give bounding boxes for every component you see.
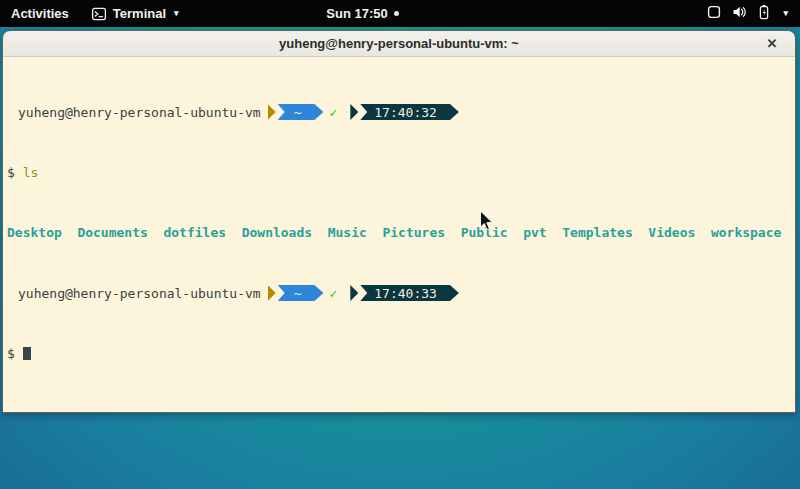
top-bar: Activities Terminal ▾ Sun 17:50 xyxy=(0,0,800,27)
battery-charging-icon xyxy=(756,4,772,23)
terminal-app-icon xyxy=(91,6,107,22)
directory-name: Videos xyxy=(648,225,695,240)
input-line[interactable]: $ xyxy=(7,346,791,361)
display-icon xyxy=(706,4,722,23)
prompt-time-segment: 17:40:32 xyxy=(350,104,459,120)
prompt-line: yuheng@henry-personal-ubuntu-vm ~ ✓ 17:4… xyxy=(7,285,791,301)
powerline-arrow-icon xyxy=(350,104,358,120)
prompt-symbol: $ xyxy=(7,346,15,361)
window-title: yuheng@henry-personal-ubuntu-vm: ~ xyxy=(3,36,795,51)
directory-name: dotfiles xyxy=(163,225,226,240)
app-menu-terminal[interactable]: Terminal ▾ xyxy=(80,0,190,27)
activities-label: Activities xyxy=(11,6,69,21)
top-bar-left: Activities Terminal ▾ xyxy=(0,0,190,27)
directory-name: Music xyxy=(328,225,367,240)
directory-name: Templates xyxy=(562,225,632,240)
prompt-line: yuheng@henry-personal-ubuntu-vm ~ ✓ 17:4… xyxy=(7,104,791,120)
text-cursor xyxy=(23,347,31,360)
clock-button[interactable]: Sun 17:50 xyxy=(315,0,409,27)
chevron-down-icon: ▾ xyxy=(174,9,179,18)
powerline-arrow-icon xyxy=(268,104,276,120)
cwd-badge: ~ xyxy=(278,104,324,120)
desktop-background: Activities Terminal ▾ Sun 17:50 xyxy=(0,0,800,489)
directory-name: pvt xyxy=(523,225,546,240)
window-titlebar[interactable]: yuheng@henry-personal-ubuntu-vm: ~ ✕ xyxy=(3,31,795,57)
time-badge: 17:40:32 xyxy=(360,104,459,120)
chevron-down-icon: ▾ xyxy=(783,9,788,18)
command-line: $ ls xyxy=(7,165,791,180)
powerline-arrow-icon xyxy=(350,285,358,301)
prompt-user-host: yuheng@henry-personal-ubuntu-vm xyxy=(18,286,261,301)
terminal-window: yuheng@henry-personal-ubuntu-vm: ~ ✕ yuh… xyxy=(2,30,796,413)
command-text: ls xyxy=(23,165,39,180)
activities-button[interactable]: Activities xyxy=(0,0,80,27)
time-badge: 17:40:33 xyxy=(360,285,459,301)
ls-output-line: DesktopDocumentsdotfilesDownloadsMusicPi… xyxy=(7,225,791,240)
volume-icon xyxy=(731,4,747,23)
powerline-arrow-icon xyxy=(268,285,276,301)
prompt-symbol: $ xyxy=(7,165,15,180)
top-bar-right: ▾ xyxy=(694,0,800,27)
app-menu-label: Terminal xyxy=(113,6,166,21)
directory-name: Pictures xyxy=(382,225,445,240)
prompt-cwd-segment: ~ xyxy=(268,104,324,120)
clock-label: Sun 17:50 xyxy=(326,6,387,21)
status-check-icon: ✓ xyxy=(329,105,337,120)
close-icon[interactable]: ✕ xyxy=(763,35,781,53)
system-status-menu[interactable]: ▾ xyxy=(694,0,800,27)
directory-name: Downloads xyxy=(242,225,312,240)
directory-name: workspace xyxy=(711,225,781,240)
notification-dot-icon xyxy=(394,11,399,16)
directory-name: Public xyxy=(461,225,508,240)
prompt-cwd-segment: ~ xyxy=(268,285,324,301)
prompt-time-segment: 17:40:33 xyxy=(350,285,459,301)
directory-name: Desktop xyxy=(7,225,62,240)
directory-name: Documents xyxy=(77,225,147,240)
terminal-content[interactable]: yuheng@henry-personal-ubuntu-vm ~ ✓ 17:4… xyxy=(3,57,795,412)
status-check-icon: ✓ xyxy=(329,286,337,301)
prompt-user-host: yuheng@henry-personal-ubuntu-vm xyxy=(18,105,261,120)
cwd-badge: ~ xyxy=(278,285,324,301)
